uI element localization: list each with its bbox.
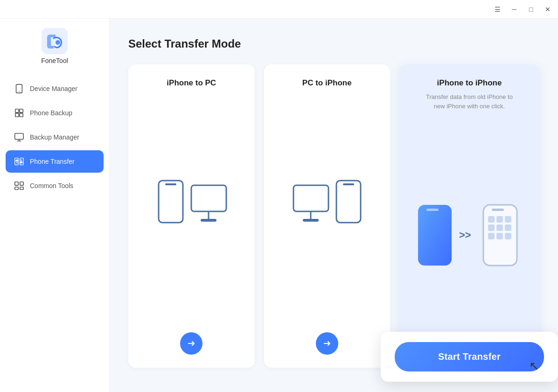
svg-rect-18 — [165, 183, 176, 185]
iphone-to-pc-card[interactable]: iPhone to PC — [128, 64, 255, 368]
sidebar-item-label-phone-backup: Phone Backup — [30, 109, 72, 117]
svg-rect-14 — [20, 182, 23, 185]
phone-transfer-icon — [14, 156, 24, 167]
pc-to-iphone-arrow-button[interactable] — [316, 332, 338, 355]
logo-text: FoneTool — [41, 57, 68, 64]
svg-rect-5 — [20, 109, 23, 112]
sidebar-logo: FoneTool — [41, 28, 68, 64]
sidebar-item-label-common-tools: Common Tools — [30, 182, 73, 189]
iphone-to-pc-illustration — [138, 92, 245, 325]
pc-to-iphone-footer — [316, 325, 338, 355]
device-manager-icon — [14, 84, 24, 94]
svg-rect-39 — [496, 233, 503, 239]
sidebar-item-phone-transfer[interactable]: Phone Transfer — [6, 150, 104, 173]
close-icon: ✕ — [545, 6, 551, 13]
menu-icon: ☰ — [495, 6, 501, 13]
common-tools-icon — [14, 181, 24, 191]
svg-rect-28 — [426, 209, 439, 211]
sidebar-item-backup-manager[interactable]: Backup Manager — [6, 126, 104, 148]
iphone-to-pc-arrow-button[interactable] — [180, 332, 202, 355]
sidebar-item-label-backup-manager: Backup Manager — [30, 133, 79, 141]
minimize-button[interactable]: ─ — [509, 5, 519, 14]
app-body: FoneTool Device Manager Phone Back — [0, 19, 558, 392]
fonetool-logo-icon — [42, 28, 68, 54]
iphone-to-iphone-card[interactable]: iPhone to iPhone Transfer data from old … — [399, 64, 539, 368]
sidebar-item-phone-backup[interactable]: Phone Backup — [6, 102, 104, 124]
svg-rect-8 — [15, 133, 23, 140]
svg-rect-37 — [505, 224, 511, 231]
arrow-right-icon-2 — [322, 339, 332, 348]
svg-rect-38 — [488, 233, 495, 239]
svg-rect-11 — [15, 158, 18, 165]
minimize-icon: ─ — [512, 6, 516, 13]
svg-rect-7 — [20, 113, 23, 117]
svg-rect-6 — [15, 113, 19, 117]
svg-rect-25 — [336, 181, 361, 223]
svg-rect-33 — [496, 216, 503, 223]
svg-rect-21 — [201, 219, 216, 222]
svg-rect-32 — [488, 216, 495, 223]
pc-to-iphone-card[interactable]: PC to iPhone — [264, 64, 391, 368]
svg-rect-26 — [343, 183, 354, 185]
svg-rect-4 — [15, 109, 19, 112]
iphone-to-iphone-title: iPhone to iPhone — [437, 78, 502, 88]
svg-rect-15 — [15, 187, 18, 190]
cards-container: iPhone to PC — [128, 64, 539, 368]
iphone-to-pc-title: iPhone to PC — [167, 78, 216, 88]
nav-items: Device Manager Phone Backup — [0, 77, 109, 197]
page-title: Select Transfer Mode — [128, 37, 539, 50]
sidebar-item-label-device-manager: Device Manager — [30, 85, 77, 92]
svg-point-1 — [56, 40, 60, 45]
svg-text:>>: >> — [459, 229, 471, 241]
svg-rect-31 — [492, 209, 504, 211]
svg-rect-35 — [488, 224, 495, 231]
close-button[interactable]: ✕ — [543, 5, 552, 14]
title-bar: ☰ ─ □ ✕ — [0, 0, 558, 19]
svg-rect-12 — [20, 158, 23, 165]
sidebar: FoneTool Device Manager Phone Back — [0, 19, 110, 392]
svg-rect-17 — [159, 181, 183, 223]
svg-rect-16 — [20, 187, 23, 190]
main-content: Select Transfer Mode iPhone to PC — [110, 19, 558, 392]
pc-iphone-svg — [280, 171, 374, 246]
svg-rect-13 — [15, 182, 18, 185]
svg-rect-0 — [42, 28, 68, 54]
svg-rect-24 — [303, 219, 319, 222]
arrow-right-icon — [187, 339, 196, 348]
sidebar-item-common-tools[interactable]: Common Tools — [6, 175, 104, 197]
sidebar-item-device-manager[interactable]: Device Manager — [6, 77, 104, 100]
iphone-to-iphone-illustration: >> — [409, 120, 530, 355]
maximize-button[interactable]: □ — [526, 5, 536, 14]
pc-to-iphone-title: PC to iPhone — [302, 78, 352, 88]
svg-rect-34 — [505, 216, 511, 223]
svg-rect-2 — [16, 84, 22, 93]
iphone-iphone-svg: >> — [409, 200, 530, 275]
start-transfer-overlay: Start Transfer ↖ — [381, 332, 558, 382]
start-transfer-button[interactable]: Start Transfer — [395, 342, 544, 371]
svg-rect-36 — [496, 224, 503, 231]
sidebar-item-label-phone-transfer: Phone Transfer — [30, 158, 75, 165]
svg-rect-22 — [293, 185, 328, 211]
iphone-to-pc-footer — [180, 325, 202, 355]
maximize-icon: □ — [529, 6, 533, 13]
svg-rect-27 — [418, 205, 452, 266]
phone-backup-icon — [14, 108, 24, 118]
menu-button[interactable]: ☰ — [493, 5, 502, 14]
backup-manager-icon — [14, 132, 24, 142]
svg-rect-19 — [191, 185, 226, 211]
pc-to-iphone-illustration — [273, 92, 381, 325]
svg-rect-40 — [505, 233, 511, 239]
iphone-to-iphone-desc: Transfer data from old iPhone to new iPh… — [423, 92, 516, 111]
iphone-pc-svg — [145, 171, 238, 246]
